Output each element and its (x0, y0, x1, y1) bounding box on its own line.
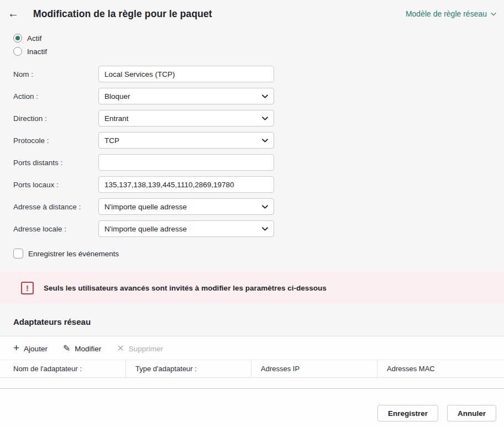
radio-inactif-label: Inactif (27, 48, 47, 56)
form-row-adresse-locale: Adresse locale : N'importe quelle adress… (13, 220, 504, 237)
chevron-down-icon (262, 205, 268, 209)
pencil-icon: ✎ (63, 344, 70, 353)
action-label: Action : (13, 92, 98, 101)
col-adapter-name: Nom de l'adaptateur : (0, 360, 126, 377)
form-row-nom: Nom : (13, 66, 504, 82)
adresse-locale-select-value: N'importe quelle adresse (104, 225, 262, 233)
chevron-down-icon (262, 139, 268, 143)
chevron-down-icon (491, 12, 496, 16)
warning-text: Seuls les utilisateurs avancés sont invi… (44, 284, 327, 292)
col-ip-addresses: Adresses IP (251, 360, 377, 377)
protocole-select-value: TCP (104, 136, 262, 145)
col-mac-addresses: Adresses MAC (377, 360, 504, 377)
direction-select-value: Entrant (104, 114, 262, 123)
ports-distants-label: Ports distants : (13, 159, 98, 167)
checkbox-icon[interactable] (13, 249, 23, 259)
form-row-ports-distants: Ports distants : (13, 154, 504, 171)
direction-label: Direction : (13, 114, 98, 123)
ports-distants-input[interactable] (98, 154, 274, 171)
log-events-label: Enregistrer les événements (28, 250, 119, 258)
adapters-table: Nom de l'adaptateur : Type d'adaptateur … (0, 360, 504, 389)
ports-locaux-label: Ports locaux : (13, 181, 98, 189)
rule-form: Nom : Action : Bloquer Direction : Entra… (13, 66, 504, 243)
radio-circle-icon (13, 34, 22, 43)
add-adapter-label: Ajouter (24, 345, 48, 353)
rule-status-radio-group: Actif Inactif (13, 31, 504, 58)
adresse-locale-label: Adresse locale : (13, 225, 98, 233)
plus-icon: + (13, 344, 19, 352)
action-select[interactable]: Bloquer (98, 88, 274, 104)
advanced-users-warning-banner: ! Seuls les utilisateurs avancés sont in… (0, 272, 504, 304)
radio-actif[interactable]: Actif (13, 31, 504, 45)
add-adapter-button[interactable]: + Ajouter (13, 345, 48, 353)
action-select-value: Bloquer (104, 92, 262, 101)
back-arrow-icon[interactable]: ← (8, 7, 22, 20)
ports-locaux-input[interactable] (98, 176, 274, 193)
network-rule-template-link[interactable]: Modèle de règle réseau (406, 9, 496, 18)
header: ← Modification de la règle pour le paque… (0, 0, 504, 20)
chevron-down-icon (262, 94, 268, 98)
network-adapters-heading: Adaptateurs réseau (0, 304, 504, 336)
direction-select[interactable]: Entrant (98, 110, 274, 126)
edit-adapter-button[interactable]: ✎ Modifier (63, 344, 101, 353)
delete-adapter-label: Supprimer (129, 345, 163, 353)
adapters-table-empty-body (0, 378, 504, 389)
footer: Enregistrer Annuler (0, 405, 504, 427)
protocole-select[interactable]: TCP (98, 132, 274, 149)
form-row-ports-locaux: Ports locaux : (13, 176, 504, 193)
chevron-down-icon (262, 227, 268, 231)
network-rule-template-label: Modèle de règle réseau (406, 9, 487, 18)
edit-adapter-label: Modifier (75, 345, 101, 353)
cancel-button[interactable]: Annuler (447, 405, 496, 421)
exclamation-icon: ! (21, 282, 34, 294)
cross-icon: ✕ (117, 344, 124, 353)
form-row-adresse-distance: Adresse à distance : N'importe quelle ad… (13, 198, 504, 215)
delete-adapter-button: ✕ Supprimer (117, 344, 163, 353)
page-title: Modification de la règle pour le paquet (33, 8, 212, 20)
radio-inactif[interactable]: Inactif (13, 45, 504, 58)
form-row-direction: Direction : Entrant (13, 110, 504, 126)
adresse-locale-select[interactable]: N'importe quelle adresse (98, 220, 274, 237)
radio-actif-label: Actif (27, 34, 41, 43)
save-button[interactable]: Enregistrer (377, 405, 438, 421)
chevron-down-icon (262, 117, 268, 120)
adresse-distance-select-value: N'importe quelle adresse (104, 203, 262, 211)
adresse-distance-label: Adresse à distance : (13, 203, 98, 211)
adresse-distance-select[interactable]: N'importe quelle adresse (98, 198, 274, 215)
adapters-table-header: Nom de l'adaptateur : Type d'adaptateur … (0, 360, 504, 378)
protocole-label: Protocole : (13, 136, 98, 145)
radio-circle-icon (13, 47, 22, 56)
form-row-protocole: Protocole : TCP (13, 132, 504, 149)
nom-input[interactable] (98, 66, 274, 82)
adapters-section: + Ajouter ✎ Modifier ✕ Supprimer Nom de … (0, 336, 504, 427)
packet-rule-edit-page: ← Modification de la règle pour le paque… (0, 0, 504, 427)
adapters-toolbar: + Ajouter ✎ Modifier ✕ Supprimer (13, 344, 504, 353)
col-adapter-type: Type d'adaptateur : (126, 360, 251, 377)
form-row-action: Action : Bloquer (13, 88, 504, 104)
log-events-checkbox-row[interactable]: Enregistrer les événements (13, 247, 504, 260)
nom-label: Nom : (13, 70, 98, 78)
